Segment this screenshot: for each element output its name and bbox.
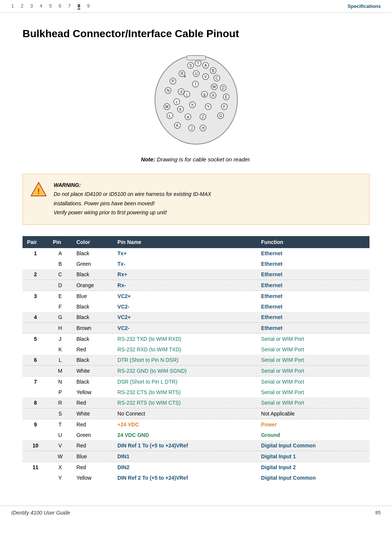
svg-text:V: V — [204, 75, 207, 79]
svg-text:f: f — [195, 82, 196, 86]
pin-cell: R — [48, 397, 72, 408]
pin-cell: G — [48, 312, 72, 323]
pinname-cell: RS-232 GND (to WIM SGND) — [113, 365, 257, 376]
nav-5[interactable]: 5 — [49, 3, 52, 9]
pinname-cell: VC2+ — [113, 312, 257, 323]
pair-cell: 1 — [23, 248, 48, 259]
pin-cell: F — [48, 301, 72, 312]
color-cell: White — [72, 408, 113, 419]
function-cell: Serial or WIM Port — [257, 344, 369, 355]
function-cell: Ethernet — [257, 312, 369, 323]
pin-cell: L — [48, 355, 72, 366]
pair-cell — [23, 322, 48, 333]
col-pinname: Pin Name — [113, 236, 257, 248]
nav-4[interactable]: 4 — [40, 3, 42, 9]
pair-cell: 11 — [23, 462, 48, 473]
color-cell: Green — [72, 259, 113, 269]
svg-text:A: A — [204, 63, 207, 68]
table-row: 6LBlackDTR (Short to Pin N DSR)Serial or… — [23, 355, 369, 366]
pin-cell: E — [48, 291, 72, 301]
color-cell: Red — [72, 344, 113, 355]
table-row: 8RRedRS-232 RTS (to WIM CTS)Serial or WI… — [23, 397, 369, 408]
table-row: PYellowRS-232 CTS (to WIM RTS)Serial or … — [23, 387, 369, 397]
pair-cell — [23, 451, 48, 462]
table-row: 2CBlackRx+Ethernet — [23, 269, 369, 280]
pinname-cell: 24 VDC GND — [113, 430, 257, 440]
pair-cell — [23, 259, 48, 269]
nav-7[interactable]: 7 — [68, 3, 71, 9]
pair-cell: 10 — [23, 440, 48, 451]
svg-text:!: ! — [37, 187, 40, 196]
color-cell: Blue — [72, 291, 113, 301]
table-row: BGreenTx-Ethernet — [23, 259, 369, 269]
svg-text:d: d — [180, 90, 182, 94]
nav-2[interactable]: 2 — [21, 3, 23, 9]
pair-cell: 6 — [23, 355, 48, 366]
pinname-cell: DIN Ref 2 To (+5 to +24)VRef — [113, 473, 257, 483]
svg-text:M: M — [165, 105, 168, 109]
pin-cell: W — [48, 451, 72, 462]
pin-cell: N — [48, 376, 72, 387]
warning-icon: ! — [30, 181, 47, 197]
svg-text:K: K — [176, 123, 179, 128]
svg-text:J: J — [191, 126, 192, 130]
warning-content: WARNING: Do not place ID4100 or ID5100 o… — [54, 181, 211, 218]
nav-6[interactable]: 6 — [59, 3, 61, 9]
pinname-cell: Tx+ — [113, 248, 257, 259]
svg-text:X: X — [212, 93, 214, 98]
nav-1[interactable]: 1 — [11, 3, 14, 9]
pair-cell: 2 — [23, 269, 48, 280]
color-cell: Black — [72, 248, 113, 259]
color-cell: Black — [72, 312, 113, 323]
col-pair: Pair — [23, 236, 48, 248]
svg-text:b: b — [179, 107, 182, 111]
color-cell: Yellow — [72, 473, 113, 483]
table-row: 10VRedDIN Ref 1 To (+5 to +24)VRefDigita… — [23, 440, 369, 451]
pin-cell: P — [48, 387, 72, 397]
pair-cell — [23, 280, 48, 291]
svg-text:Y: Y — [207, 105, 209, 109]
svg-text:c: c — [176, 100, 177, 104]
table-row: YYellowDIN Ref 2 To (+5 to +24)VRefDigit… — [23, 473, 369, 483]
nav-9[interactable]: 9 — [87, 3, 90, 9]
color-cell: Black — [72, 301, 113, 312]
pinname-cell: +24 VDC — [113, 419, 257, 430]
table-row: UGreen24 VDC GNDGround — [23, 430, 369, 440]
pair-cell: 5 — [23, 333, 48, 344]
warning-line-1: Do not place ID4100 or ID5100 on wire ha… — [54, 190, 211, 198]
svg-text:B: B — [212, 69, 214, 73]
pair-cell — [23, 387, 48, 397]
table-row: 7NBlackDSR (Short to Pin L DTR)Serial or… — [23, 376, 369, 387]
function-cell: Ethernet — [257, 291, 369, 301]
warning-label: WARNING: — [54, 182, 81, 188]
pinname-cell: VC2+ — [113, 291, 257, 301]
svg-text:e: e — [184, 74, 186, 78]
footer-logo: IDentity 4100 User Guide — [11, 510, 70, 516]
svg-text:P: P — [171, 79, 174, 83]
nav-8[interactable]: 8 — [78, 3, 80, 9]
pin-cell: Y — [48, 473, 72, 483]
col-pin: Pin — [48, 236, 72, 248]
warning-line-2: installations. Power pins have been move… — [54, 199, 211, 208]
color-cell: Red — [72, 462, 113, 473]
top-nav: 1 2 3 4 5 6 7 8 9 Specifications — [0, 0, 392, 13]
table-row: 1ABlackTx+Ethernet — [23, 248, 369, 259]
svg-text:E: E — [225, 95, 227, 99]
function-cell: Ethernet — [257, 259, 369, 269]
pair-cell — [23, 365, 48, 376]
function-cell: Serial or WIM Port — [257, 387, 369, 397]
table-row: DOrangeRx-Ethernet — [23, 280, 369, 291]
function-cell: Digital Input Common — [257, 473, 369, 483]
table-row: KRedRS-232 RXD (to WIM TXD)Serial or WIM… — [23, 344, 369, 355]
function-cell: Ethernet — [257, 248, 369, 259]
nav-3[interactable]: 3 — [30, 3, 33, 9]
table-row: 11XRedDIN2Digital Input 2 — [23, 462, 369, 473]
pair-cell — [23, 408, 48, 419]
color-cell: White — [72, 365, 113, 376]
table-row: FBlackVC2-Ethernet — [23, 301, 369, 312]
chapter-numbers[interactable]: 1 2 3 4 5 6 7 8 9 — [11, 3, 90, 9]
pair-cell — [23, 344, 48, 355]
col-function: Function — [257, 236, 369, 248]
color-cell: Red — [72, 397, 113, 408]
pair-cell: 9 — [23, 419, 48, 430]
